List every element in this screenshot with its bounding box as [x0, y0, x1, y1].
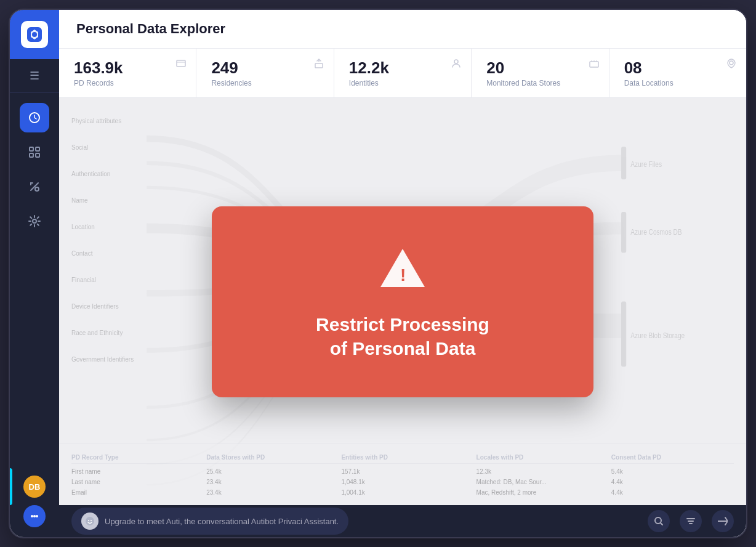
svg-point-28: [88, 520, 89, 521]
svg-rect-5: [30, 153, 33, 157]
sidebar-nav: [20, 93, 49, 466]
stat-value-monitored: 20: [486, 59, 593, 78]
sidebar-item-tools[interactable]: [20, 172, 49, 201]
stat-residencies: 249 Residencies: [196, 49, 334, 97]
svg-line-31: [661, 523, 662, 525]
svg-rect-14: [315, 63, 323, 68]
stat-label-locations: Data Locations: [624, 79, 731, 87]
svg-point-11: [36, 515, 38, 517]
sidebar-item-dashboard[interactable]: [20, 137, 49, 167]
stat-label-pd-records: PD Records: [74, 79, 181, 87]
sidebar-item-home[interactable]: [20, 103, 49, 132]
svg-point-1: [32, 32, 37, 37]
content-area: Physical attributes Social Authenticatio…: [59, 98, 746, 505]
stat-value-locations: 08: [624, 59, 731, 78]
page-title: Personal Data Explorer: [76, 21, 729, 37]
stat-icon-pd-records: [176, 59, 186, 71]
svg-rect-4: [36, 147, 39, 151]
logo-inner: [21, 21, 48, 48]
svg-point-7: [35, 187, 39, 191]
sidebar-bottom: DB: [23, 466, 46, 537]
stat-value-residencies: 249: [211, 59, 318, 78]
stat-identities: 12.2k Identities: [334, 49, 472, 97]
user-avatar[interactable]: DB: [23, 476, 46, 498]
page-header: Personal Data Explorer: [59, 10, 746, 49]
restrict-processing-modal: ! Restrict Processing of Personal Data: [212, 206, 593, 397]
modal-overlay: ! Restrict Processing of Personal Data: [59, 98, 746, 505]
stat-icon-residencies: [314, 59, 324, 71]
bottom-bar: Upgrade to meet Auti, the conversational…: [59, 505, 746, 537]
stat-data-locations: 08 Data Locations: [609, 49, 746, 97]
svg-rect-3: [30, 147, 33, 151]
chat-text: Upgrade to meet Auti, the conversational…: [105, 517, 339, 526]
share-button[interactable]: [712, 510, 734, 532]
stat-label-identities: Identities: [349, 79, 456, 87]
svg-rect-6: [36, 153, 39, 157]
stat-value-identities: 12.2k: [349, 59, 456, 78]
svg-rect-12: [177, 60, 185, 67]
sidebar-item-settings[interactable]: [20, 206, 49, 236]
sidebar-accent-bar: [10, 468, 12, 505]
svg-point-8: [33, 219, 36, 223]
svg-point-17: [730, 61, 733, 65]
search-button[interactable]: [648, 510, 670, 532]
stat-icon-identities: [451, 59, 461, 71]
chat-avatar-icon: [81, 513, 99, 530]
svg-point-10: [33, 515, 36, 517]
hamburger-icon: ☰: [30, 69, 39, 83]
svg-point-27: [86, 517, 94, 525]
modal-warning-icon: !: [378, 243, 427, 293]
svg-point-9: [31, 515, 33, 517]
modal-title: Restrict Processing of Personal Data: [316, 312, 489, 360]
menu-toggle[interactable]: ☰: [10, 59, 59, 93]
app-dots-icon[interactable]: [23, 505, 46, 527]
svg-rect-16: [590, 62, 598, 67]
stat-icon-locations: [726, 59, 736, 71]
bottom-actions: [648, 510, 734, 532]
stat-monitored-data-stores: 20 Monitored Data Stores: [472, 49, 609, 97]
filter-button[interactable]: [680, 510, 702, 532]
svg-text:!: !: [400, 265, 406, 285]
app-logo: [10, 10, 59, 59]
svg-point-15: [454, 60, 458, 63]
svg-point-29: [90, 520, 92, 521]
stat-label-residencies: Residencies: [211, 79, 318, 87]
chat-bubble[interactable]: Upgrade to meet Auti, the conversational…: [71, 508, 348, 535]
stat-icon-monitored: [589, 59, 599, 71]
stat-label-monitored: Monitored Data Stores: [486, 79, 593, 87]
stat-value-pd-records: 163.9k: [74, 59, 181, 78]
stat-pd-records: 163.9k PD Records: [59, 49, 196, 97]
stats-bar: 163.9k PD Records 249 Residencies: [59, 49, 746, 98]
main-content: Personal Data Explorer 163.9k PD Records…: [59, 10, 746, 537]
sidebar: ☰: [10, 10, 59, 537]
